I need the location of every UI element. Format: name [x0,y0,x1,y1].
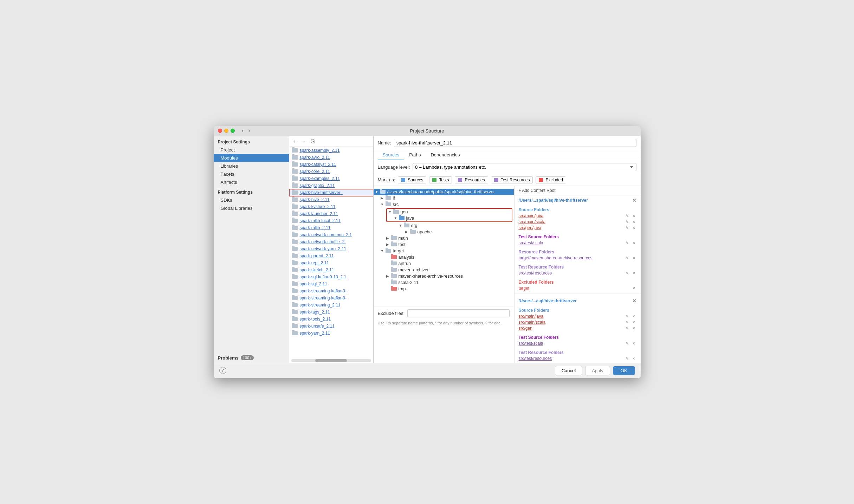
sidebar-item-libraries[interactable]: Libraries [214,162,289,170]
close-button[interactable] [218,129,222,133]
apply-button[interactable]: Apply [585,366,610,375]
tree-item-test[interactable]: ▶ test [374,241,514,248]
tab-sources[interactable]: Sources [378,150,405,160]
module-item[interactable]: spark-unsafe_2.11 [289,323,373,330]
module-item[interactable]: spark-parent_2.11 [289,252,373,259]
module-item[interactable]: spark-yarn_2.11 [289,330,373,337]
module-item[interactable]: spark-examples_2.11 [289,175,373,182]
module-item-selected[interactable]: spark-hive-thriftserver_ [289,189,373,196]
module-item[interactable]: spark-graphx_2.11 [289,182,373,189]
module-item[interactable]: spark-sketch_2.11 [289,266,373,273]
maximize-button[interactable] [231,129,235,133]
remove-module-button[interactable]: − [301,137,307,145]
edit-folder-button[interactable]: ✎ [625,356,630,361]
tree-item-target[interactable]: ▼ target [374,248,514,254]
module-item[interactable]: spark-avro_2.11 [289,154,373,161]
remove-folder-button[interactable]: ✕ [631,219,636,225]
module-item[interactable]: spark-network-shuffle_2. [289,238,373,245]
lang-select[interactable]: 8 – Lambdas, type annotations etc. [413,163,636,171]
module-item[interactable]: spark-network-yarn_2.11 [289,245,373,252]
edit-folder-button[interactable]: ✎ [625,219,630,225]
module-item[interactable]: spark-assembly_2.11 [289,147,373,154]
module-item[interactable]: spark-kvstore_2.11 [289,203,373,210]
help-button[interactable]: ? [219,367,226,374]
edit-folder-button[interactable]: ✎ [625,256,630,261]
sidebar-item-global-libraries[interactable]: Global Libraries [214,204,289,212]
remove-folder-button[interactable]: ✕ [631,225,636,231]
module-item[interactable]: spark-streaming-kafka-0- [289,295,373,302]
module-item[interactable]: spark-launcher_2.11 [289,210,373,217]
edit-folder-button[interactable]: ✎ [625,320,630,325]
mark-tests-button[interactable]: Tests [429,176,452,183]
module-item[interactable]: spark-streaming-kafka-0- [289,287,373,295]
exclude-input[interactable] [407,309,509,317]
sidebar-item-facets[interactable]: Facets [214,170,289,178]
module-scrollbar[interactable] [291,359,371,362]
sidebar-item-modules[interactable]: Modules [214,154,289,162]
tree-item-apache[interactable]: ▶ apache [374,229,514,235]
tree-item-maven-shared[interactable]: ▶ maven-shared-archive-resources [374,273,514,279]
tree-item-org[interactable]: ▼ org [374,222,514,229]
mark-excluded-button[interactable]: Excluded [536,176,566,183]
mark-resources-button[interactable]: Resources [455,176,488,183]
forward-button[interactable]: › [247,127,252,134]
tree-item-tmp[interactable]: tmp [374,286,514,292]
tree-item-if[interactable]: ▶ if [374,195,514,201]
tab-paths[interactable]: Paths [404,150,426,160]
remove-folder-button[interactable]: ✕ [631,286,636,291]
remove-folder-button[interactable]: ✕ [631,341,636,346]
back-button[interactable]: ‹ [240,127,245,134]
ok-button[interactable]: OK [613,366,635,375]
right-section1-close-button[interactable]: ✕ [632,198,636,203]
module-item[interactable]: spark-repl_2.11 [289,259,373,266]
module-item[interactable]: spark-tools_2.11 [289,316,373,323]
mark-test-resources-button[interactable]: Test Resources [491,176,533,183]
remove-folder-button[interactable]: ✕ [631,314,636,319]
tree-item-analysis[interactable]: analysis [374,254,514,260]
sidebar-item-artifacts[interactable]: Artifacts [214,178,289,186]
remove-folder-button[interactable]: ✕ [631,213,636,219]
name-input[interactable] [394,139,636,147]
add-content-root-button[interactable]: + Add Content Root [519,188,556,193]
module-item[interactable]: spark-hive_2.11 [289,196,373,203]
edit-folder-button[interactable]: ✎ [625,213,630,219]
tab-dependencies[interactable]: Dependencies [426,150,465,160]
tree-item-maven-archiver[interactable]: maven-archiver [374,267,514,273]
edit-folder-button[interactable]: ✎ [625,341,630,346]
tree-item-java[interactable]: ▼ java [387,215,512,221]
remove-folder-button[interactable]: ✕ [631,240,636,246]
tree-item-antrun[interactable]: antrun [374,260,514,267]
remove-folder-button[interactable]: ✕ [631,356,636,361]
copy-module-button[interactable]: ⎘ [310,137,316,145]
tree-item-scala[interactable]: scala-2.11 [374,279,514,286]
module-item[interactable]: spark-streaming_2.11 [289,302,373,309]
remove-folder-button[interactable]: ✕ [631,271,636,276]
sidebar-item-sdks[interactable]: SDKs [214,196,289,204]
edit-folder-button[interactable]: ✎ [625,326,630,331]
remove-folder-button[interactable]: ✕ [631,320,636,325]
edit-folder-button[interactable]: ✎ [625,271,630,276]
tree-root[interactable]: ▼ /Users/luzechuan/code/public/spark/sql… [374,189,514,195]
module-item[interactable]: spark-mllib_2.11 [289,224,373,231]
module-item[interactable]: spark-catalyst_2.11 [289,161,373,168]
module-item[interactable]: spark-sql-kafka-0-10_2.1 [289,273,373,280]
edit-folder-button[interactable]: ✎ [625,225,630,231]
module-item[interactable]: spark-mllib-local_2.11 [289,217,373,224]
sidebar-item-project[interactable]: Project [214,146,289,154]
minimize-button[interactable] [224,129,228,133]
module-item[interactable]: spark-tags_2.11 [289,309,373,316]
remove-folder-button[interactable]: ✕ [631,326,636,331]
edit-folder-button[interactable]: ✎ [625,314,630,319]
tree-item-gen[interactable]: ▼ gen [387,209,512,215]
module-item[interactable]: spark-sql_2.11 [289,280,373,287]
module-item[interactable]: spark-network-common_2.1 [289,231,373,238]
right-section2-close-button[interactable]: ✕ [632,298,636,304]
edit-folder-button[interactable]: ✎ [625,240,630,246]
cancel-button[interactable]: Cancel [555,366,582,375]
tree-item-main[interactable]: ▶ main [374,235,514,241]
remove-folder-button[interactable]: ✕ [631,256,636,261]
add-module-button[interactable]: + [292,137,298,145]
tree-item-src[interactable]: ▼ src [374,201,514,208]
module-item[interactable]: spark-core_2.11 [289,168,373,175]
mark-sources-button[interactable]: Sources [398,176,426,183]
